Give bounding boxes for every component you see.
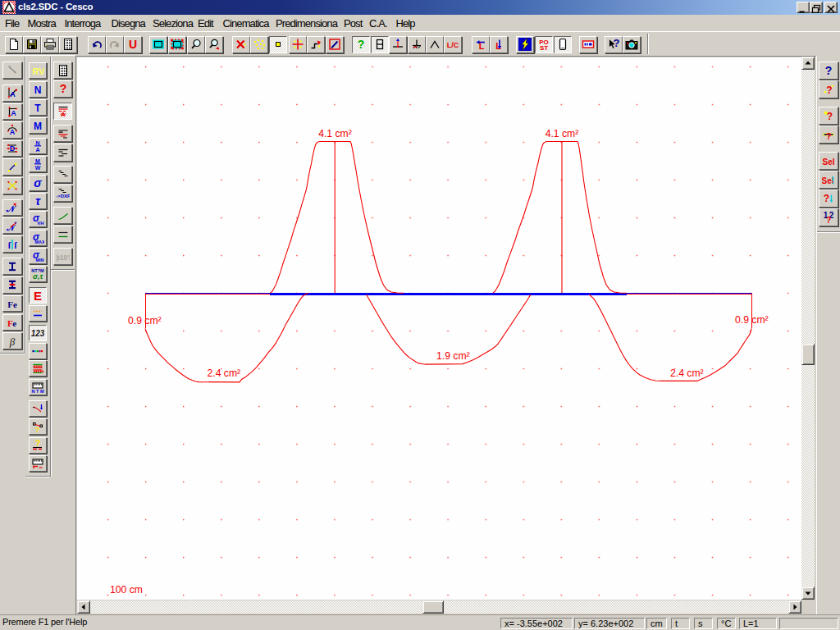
svg-text:M: M xyxy=(34,121,42,132)
svg-text:Sel: Sel xyxy=(822,157,834,166)
svg-text:Fe: Fe xyxy=(7,299,17,309)
svg-text:4.1 cm²: 4.1 cm² xyxy=(546,128,579,139)
svg-text:ſ: ſ xyxy=(7,240,11,249)
svg-text:2.4 cm²: 2.4 cm² xyxy=(208,368,241,379)
svg-text:100 cm: 100 cm xyxy=(110,584,143,596)
svg-text:Sel: Sel xyxy=(822,176,834,185)
svg-text:?: ? xyxy=(358,38,365,51)
svg-text:D: D xyxy=(10,144,16,153)
svg-text:L: L xyxy=(478,41,484,51)
svg-text:τ: τ xyxy=(35,194,41,208)
svg-text:A: A xyxy=(11,109,16,117)
svg-text:123: 123 xyxy=(31,329,44,338)
svg-text:0.9 cm²: 0.9 cm² xyxy=(128,315,162,326)
svg-text:ſ: ſ xyxy=(14,240,17,249)
svg-text:E: E xyxy=(33,289,41,302)
svg-text:ST: ST xyxy=(539,44,547,51)
svg-text:->DXF: ->DXF xyxy=(57,194,70,199)
svg-text:e: e xyxy=(12,317,16,327)
svg-text:U: U xyxy=(128,38,136,51)
svg-text:1.9 cm²: 1.9 cm² xyxy=(436,350,470,362)
svg-text:σ: σ xyxy=(34,176,42,189)
svg-text:N T M: N T M xyxy=(31,389,43,394)
svg-text:L: L xyxy=(495,41,501,51)
svg-text:?: ? xyxy=(825,131,831,141)
svg-text:T: T xyxy=(34,103,41,114)
svg-text:MAX: MAX xyxy=(34,240,44,244)
svg-text:σ,τ: σ,τ xyxy=(32,272,43,281)
svg-text:?: ? xyxy=(826,216,831,225)
svg-text:MIN: MIN xyxy=(35,258,43,262)
svg-text:M: M xyxy=(35,158,40,164)
svg-text:?: ? xyxy=(34,426,39,434)
svg-text:?: ? xyxy=(613,38,619,49)
svg-text:?: ? xyxy=(824,64,832,77)
svg-text:A: A xyxy=(10,128,16,136)
svg-text:ϕ10?: ϕ10? xyxy=(57,253,70,262)
svg-text:W: W xyxy=(34,165,40,171)
svg-text:?: ? xyxy=(824,193,829,204)
svg-text:?: ? xyxy=(827,111,833,122)
svg-text:N: N xyxy=(34,84,41,95)
svg-text:A: A xyxy=(10,90,16,98)
svg-text:4.1 cm²: 4.1 cm² xyxy=(318,128,352,139)
svg-text:0.9 cm²: 0.9 cm² xyxy=(735,314,769,326)
svg-text:?: ? xyxy=(59,82,66,95)
svg-text:2.4 cm²: 2.4 cm² xyxy=(670,368,704,379)
svg-text:RV: RV xyxy=(32,66,44,76)
svg-text:VH: VH xyxy=(37,221,43,226)
svg-text:β: β xyxy=(9,336,16,348)
svg-text:A: A xyxy=(35,147,39,153)
svg-text:N: N xyxy=(35,140,39,146)
svg-text:L/C: L/C xyxy=(447,41,459,49)
svg-text:?: ? xyxy=(34,439,40,448)
